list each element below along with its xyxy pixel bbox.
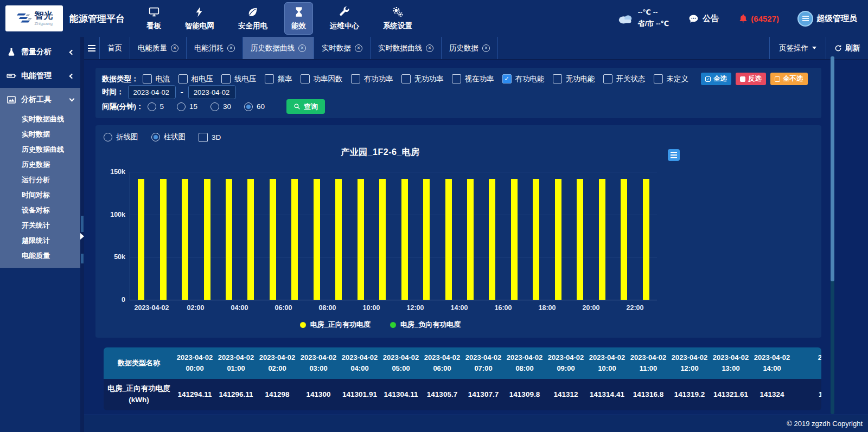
checkbox-线电压[interactable]: 线电压 xyxy=(221,74,257,84)
interval-radio-label: 30 xyxy=(223,102,231,111)
sidebar-expand-handle[interactable] xyxy=(80,233,84,240)
select-button-反选[interactable]: 反选 xyxy=(736,73,766,85)
nav-item-运维中心[interactable]: 运维中心 xyxy=(323,2,366,35)
table-header-col: 2023-04-0212:00 xyxy=(669,347,710,379)
menu-toggle-button[interactable] xyxy=(84,37,100,59)
close-icon[interactable]: × xyxy=(298,44,306,52)
legend-item-电房_正向有功电度[interactable]: 电房_正向有功电度 xyxy=(300,320,371,330)
nav-item-安全用电[interactable]: 安全用电 xyxy=(231,2,275,35)
sidebar-item-设备对标[interactable]: 设备对标 xyxy=(0,203,80,218)
close-icon[interactable]: × xyxy=(171,44,178,52)
table-header-col: 2023-04-0214:00 xyxy=(751,347,793,379)
sidebar-item-历史数据曲线[interactable]: 历史数据曲线 xyxy=(0,142,80,157)
checkbox-视在功率[interactable]: 视在功率 xyxy=(452,74,494,84)
sidebar-item-实时数据曲线[interactable]: 实时数据曲线 xyxy=(0,112,80,127)
close-icon[interactable]: × xyxy=(426,44,433,52)
bar-chart-radio[interactable]: 柱状图 xyxy=(151,132,186,142)
checkbox-无功电能[interactable]: 无功电能 xyxy=(553,74,595,84)
date-from-input[interactable] xyxy=(128,85,176,99)
interval-radio-30[interactable]: 30 xyxy=(210,102,231,111)
sidebar-group-header-需量分析[interactable]: 需量分析 xyxy=(0,40,80,64)
y-axis-tick-label: 0 xyxy=(122,296,125,304)
tab-历史数据[interactable]: 历史数据× xyxy=(442,37,498,59)
checkbox-相电压[interactable]: 相电压 xyxy=(178,74,214,84)
checkbox-电流[interactable]: 电流 xyxy=(143,74,170,84)
checkbox-有功电能[interactable]: ✓有功电能 xyxy=(502,74,545,84)
interval-radio-15[interactable]: 15 xyxy=(177,102,197,111)
scrollbar-thumb[interactable] xyxy=(831,56,834,281)
sidebar-item-历史数据[interactable]: 历史数据 xyxy=(0,157,80,172)
nav-item-系统设置[interactable]: 系统设置 xyxy=(376,2,419,35)
checkbox-频率[interactable]: 频率 xyxy=(265,74,292,84)
user-menu[interactable]: 超级管理员 xyxy=(799,12,857,25)
sidebar-group-header-电能管理[interactable]: 电能管理 xyxy=(0,64,80,88)
chart-menu-button[interactable] xyxy=(668,149,680,161)
sidebar-item-越限统计[interactable]: 越限统计 xyxy=(0,233,80,248)
nav-item-label: 智能电网 xyxy=(185,21,214,31)
bar-00:00 xyxy=(138,179,144,300)
x-axis-tick-label: 14:00 xyxy=(437,304,481,312)
app-title: 能源管理平台 xyxy=(69,12,125,25)
select-button-全不选[interactable]: 全不选 xyxy=(770,73,808,85)
nav-item-智能电网[interactable]: 智能电网 xyxy=(178,2,221,35)
announcement-button[interactable]: 公告 xyxy=(688,14,719,24)
checkbox-无功功率[interactable]: 无功功率 xyxy=(401,74,444,84)
sidebar-group-label: 需量分析 xyxy=(21,47,52,57)
close-icon[interactable]: × xyxy=(227,44,235,52)
interval-row: 间隔(分钟)： 5153060 查询 xyxy=(102,99,815,114)
table-header-time: 05:00 xyxy=(392,363,410,374)
notification-button[interactable]: (64527) xyxy=(738,14,779,23)
radio-icon xyxy=(177,102,186,111)
bar-cell-10:00 xyxy=(350,172,372,300)
checkbox-label: 有功功率 xyxy=(364,74,393,84)
checkbox-开关状态[interactable]: 开关状态 xyxy=(603,74,646,84)
checkbox-label: 开关状态 xyxy=(616,74,646,84)
sidebar-item-时间对标[interactable]: 时间对标 xyxy=(0,188,80,203)
weather-region: 省/市 --℃ xyxy=(638,18,669,30)
checkbox-功率因数[interactable]: 功率因数 xyxy=(301,74,343,84)
legend-dot-icon xyxy=(390,322,396,328)
tab-operations-dropdown[interactable]: 页签操作 xyxy=(769,37,826,59)
close-icon[interactable]: × xyxy=(482,44,490,52)
date-to-input[interactable] xyxy=(188,85,236,99)
sidebar-item-电能质量[interactable]: 电能质量 xyxy=(0,248,80,263)
bar-cell-14:00 xyxy=(437,172,459,300)
nav-item-看板[interactable]: 看板 xyxy=(139,2,168,35)
table-header-time: 11:00 xyxy=(640,363,658,374)
table-header-time: 00:00 xyxy=(186,363,203,374)
chevron-left-icon xyxy=(69,73,75,79)
logo[interactable]: 智光 Zhiguang xyxy=(5,5,63,31)
tab-实时数据[interactable]: 实时数据× xyxy=(314,37,371,59)
hourglass-icon xyxy=(293,6,305,18)
checkbox-未定义[interactable]: 未定义 xyxy=(654,74,689,84)
sidebar-item-开关统计[interactable]: 开关统计 xyxy=(0,218,80,233)
sidebar-group-header-分析工具[interactable]: 分析工具 xyxy=(0,88,80,112)
tab-首页[interactable]: 首页 xyxy=(100,37,130,59)
radio-icon xyxy=(210,102,219,111)
tab-bar: 首页电能质量×电能消耗×历史数据曲线×实时数据×实时数据曲线×历史数据× 页签操… xyxy=(84,37,868,60)
tab-实时数据曲线[interactable]: 实时数据曲线× xyxy=(371,37,442,59)
bar-05:00 xyxy=(247,179,254,300)
query-button[interactable]: 查询 xyxy=(286,99,325,114)
nav-item-能效[interactable]: 能效 xyxy=(284,2,313,35)
legend-item-电房_负向有功电度[interactable]: 电房_负向有功电度 xyxy=(390,320,461,330)
sidebar-item-实时数据[interactable]: 实时数据 xyxy=(0,127,80,142)
three-d-checkbox[interactable]: 3D xyxy=(199,133,221,142)
checkbox-icon xyxy=(301,74,310,83)
interval-radio-60[interactable]: 60 xyxy=(244,102,265,111)
sidebar-item-运行分析[interactable]: 运行分析 xyxy=(0,172,80,188)
sidebar-scrollbar-thumb[interactable] xyxy=(81,216,84,232)
table-header-date: 2023-04-02 xyxy=(589,352,626,363)
vertical-scrollbar[interactable] xyxy=(831,56,834,414)
sidebar-scrollbar-thumb[interactable] xyxy=(81,254,84,263)
line-chart-radio[interactable]: 折线图 xyxy=(104,132,138,142)
tab-历史数据曲线[interactable]: 历史数据曲线× xyxy=(243,37,314,59)
close-icon[interactable]: × xyxy=(355,44,362,52)
bar-cell-22:00 xyxy=(613,172,635,300)
tab-电能消耗[interactable]: 电能消耗× xyxy=(187,37,243,59)
interval-radio-5[interactable]: 5 xyxy=(148,102,164,111)
checkbox-有功功率[interactable]: 有功功率 xyxy=(351,74,393,84)
refresh-button[interactable]: 刷新 xyxy=(826,37,868,59)
select-button-全选[interactable]: ✓全选 xyxy=(701,73,731,85)
tab-电能质量[interactable]: 电能质量× xyxy=(130,37,187,59)
